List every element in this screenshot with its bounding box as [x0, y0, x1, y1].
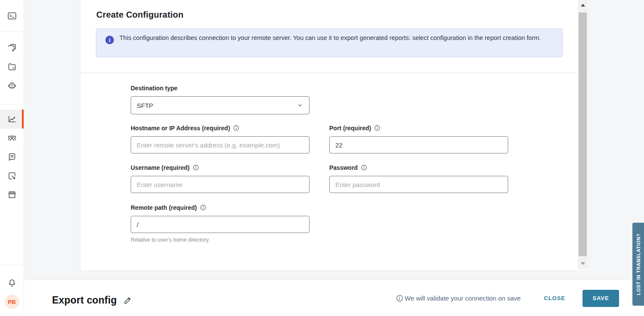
field-destination-type: Destination type SFTP	[131, 84, 310, 114]
chevron-down-icon	[297, 102, 304, 109]
shop-icon	[7, 190, 17, 200]
info-icon[interactable]	[193, 164, 199, 171]
remote-path-label: Remote path (required)	[131, 204, 310, 211]
app-sidebar: PB	[0, 0, 24, 316]
create-configuration-panel: Create Configuration i This configuratio…	[80, 0, 589, 271]
sidebar-item-bots[interactable]	[0, 76, 24, 95]
feedback-tab[interactable]: LOST IN TRANSLATION?	[632, 223, 644, 306]
field-port: Port (required)	[329, 124, 508, 153]
sidebar-item-notifications[interactable]	[0, 273, 24, 292]
info-icon	[396, 295, 403, 302]
field-username: Username (required)	[131, 164, 310, 193]
password-input[interactable]	[329, 176, 508, 193]
pointer-box-icon	[7, 171, 17, 181]
destination-type-label: Destination type	[131, 84, 310, 92]
page-title: Create Configuration	[96, 10, 184, 20]
footer-bar: Export config We will validate your conn…	[24, 279, 644, 316]
info-banner: i This configuration describes connectio…	[96, 28, 563, 57]
sidebar-item-knowledge[interactable]	[0, 147, 24, 166]
destination-type-value: SFTP	[137, 102, 153, 109]
info-icon[interactable]	[361, 164, 367, 171]
field-remote-path: Remote path (required) Relative to user'…	[131, 204, 310, 243]
bell-icon	[7, 278, 17, 288]
sidebar-item-conversations[interactable]	[0, 38, 24, 57]
chart-line-icon	[7, 114, 17, 124]
info-icon[interactable]	[233, 125, 239, 131]
remote-path-helper: Relative to user's home directory	[131, 237, 310, 243]
people-icon	[7, 133, 17, 143]
save-button[interactable]: SAVE	[583, 290, 619, 307]
sidebar-item-marketplace[interactable]	[0, 185, 24, 204]
remote-path-input[interactable]	[131, 216, 310, 233]
book-icon	[7, 152, 17, 162]
arrow-down-icon	[581, 262, 585, 265]
sidebar-item-console[interactable]	[0, 6, 24, 25]
destination-type-select[interactable]: SFTP	[131, 96, 310, 114]
inbox-icon	[7, 61, 17, 72]
port-label: Port (required)	[329, 124, 508, 132]
password-label: Password	[329, 164, 508, 171]
info-filled-icon: i	[105, 36, 114, 44]
sidebar-divider	[0, 104, 24, 104]
close-button[interactable]: CLOSE	[540, 292, 570, 304]
sidebar-item-team[interactable]	[0, 129, 24, 147]
username-input[interactable]	[131, 176, 310, 193]
terminal-icon	[7, 11, 17, 21]
sidebar-divider	[0, 265, 24, 265]
hostname-label: Hostname or IP Address (required)	[131, 124, 310, 132]
scroll-up-button[interactable]	[578, 0, 588, 10]
edit-name-button[interactable]	[123, 296, 132, 305]
username-label: Username (required)	[131, 164, 310, 171]
config-name-title: Export config	[52, 295, 117, 306]
arrow-up-icon	[581, 4, 585, 6]
port-input[interactable]	[329, 136, 508, 153]
field-hostname: Hostname or IP Address (required)	[131, 124, 310, 153]
chats-icon	[7, 43, 17, 53]
avatar-initials: PB	[8, 299, 15, 305]
sidebar-divider	[0, 31, 24, 31]
user-avatar[interactable]: PB	[5, 295, 19, 309]
pencil-icon	[123, 296, 132, 305]
validation-note-text: We will validate your connection on save	[405, 295, 521, 302]
scroll-down-button[interactable]	[578, 260, 588, 267]
panel-header: Create Configuration i This configuratio…	[80, 0, 589, 73]
hostname-input[interactable]	[131, 136, 310, 153]
info-icon[interactable]	[374, 125, 380, 131]
feedback-tab-label: LOST IN TRANSLATION?	[636, 233, 641, 295]
info-icon[interactable]	[200, 204, 206, 211]
validation-note: We will validate your connection on save	[396, 295, 521, 302]
sidebar-item-exports[interactable]	[0, 166, 24, 185]
sidebar-item-analytics[interactable]	[0, 110, 24, 129]
vertical-scrollbar[interactable]	[578, 0, 588, 269]
info-banner-text: This configuration describes connection …	[120, 34, 549, 43]
scrollbar-thumb[interactable]	[579, 12, 587, 256]
robot-icon	[7, 80, 17, 91]
sidebar-item-inbox[interactable]	[0, 57, 24, 76]
field-password: Password	[329, 164, 508, 193]
